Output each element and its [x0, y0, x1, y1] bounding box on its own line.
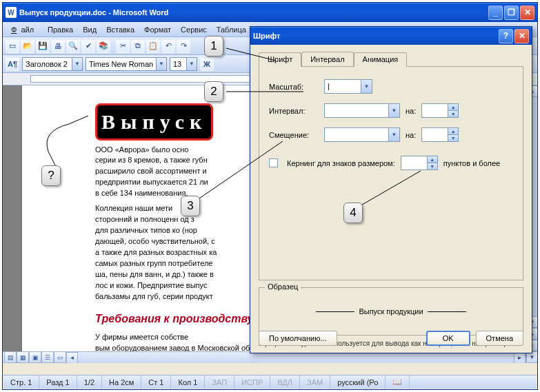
- dialog-titlebar: Шрифт ? ✕: [250, 27, 532, 45]
- normal-view-icon[interactable]: ▤: [4, 351, 17, 363]
- copy-icon[interactable]: ⧉: [131, 39, 145, 53]
- research-icon[interactable]: 📚: [97, 39, 110, 53]
- spacing-label: Интервал:: [269, 107, 319, 115]
- font-combo[interactable]: Times New Roman▼: [86, 57, 167, 71]
- main-title: Выпуск продукции.doc - Microsoft Word: [19, 8, 168, 17]
- menu-insert[interactable]: Вставка: [102, 24, 139, 35]
- minimize-button[interactable]: _: [488, 6, 503, 20]
- menu-format[interactable]: Формат: [140, 24, 175, 35]
- size-value: 13: [173, 60, 181, 68]
- tab-font[interactable]: Шрифт: [259, 52, 301, 67]
- print-view-icon[interactable]: ▣: [29, 351, 41, 363]
- chevron-down-icon[interactable]: ▼: [186, 58, 197, 70]
- callout-3: 3: [181, 196, 200, 216]
- spacing-by-spin[interactable]: ▲▼: [421, 103, 459, 118]
- scale-combo[interactable]: |▼: [324, 79, 372, 94]
- dialog-title: Шрифт: [253, 32, 280, 40]
- chevron-down-icon[interactable]: ▼: [361, 80, 372, 93]
- defaults-button[interactable]: По умолчанию...: [259, 331, 337, 346]
- word-icon: W: [6, 7, 17, 18]
- kerning-size-spin[interactable]: ▲▼: [401, 156, 438, 170]
- spin-up-icon[interactable]: ▲: [448, 128, 458, 135]
- dialog-tabs: Шрифт Интервал Анимация: [259, 52, 523, 67]
- chevron-down-icon[interactable]: ▼: [72, 58, 82, 70]
- position-by-spin[interactable]: ▲▼: [421, 127, 459, 142]
- help-button[interactable]: ?: [499, 29, 513, 43]
- preview-icon[interactable]: 🔍: [66, 39, 80, 53]
- style-combo[interactable]: Заголовок 2▼: [22, 57, 83, 71]
- position-label: Смещение:: [269, 131, 319, 139]
- reading-view-icon[interactable]: ▭: [54, 351, 66, 363]
- ok-button[interactable]: OK: [426, 331, 470, 346]
- tab-spacing[interactable]: Интервал: [301, 52, 353, 66]
- chevron-down-icon[interactable]: ▼: [388, 128, 399, 141]
- status-ovr: ЗАМ: [300, 375, 330, 389]
- view-buttons: ▤ ▦ ▣ ☰ ▭: [4, 351, 66, 363]
- scale-label: Масштаб:: [269, 83, 319, 91]
- status-col: Кол 1: [171, 375, 205, 389]
- cancel-button[interactable]: Отмена: [476, 331, 523, 346]
- tab-animation[interactable]: Анимация: [354, 52, 408, 67]
- status-pages: 1/2: [77, 375, 102, 389]
- new-doc-icon[interactable]: ▭: [6, 39, 19, 53]
- kerning-checkbox[interactable]: [269, 158, 278, 167]
- status-trk: ИСПР: [234, 375, 270, 389]
- spacing-combo[interactable]: ▼: [324, 103, 400, 118]
- kerning-label: Кернинг для знаков размером:: [287, 159, 395, 167]
- status-lang: русский (Ро: [330, 375, 386, 389]
- paste-icon[interactable]: 📋: [146, 39, 160, 53]
- outline-view-icon[interactable]: ☰: [41, 351, 54, 363]
- status-book-icon[interactable]: 📖: [386, 375, 410, 389]
- callout-2: 2: [204, 81, 223, 102]
- menu-file[interactable]: Файл: [7, 24, 42, 35]
- status-line: Ст 1: [141, 375, 171, 389]
- doc-heading[interactable]: Выпуск: [95, 103, 213, 141]
- print-icon[interactable]: 🖶: [51, 39, 65, 53]
- menu-edit[interactable]: Правка: [43, 24, 77, 35]
- spin-down-icon[interactable]: ▼: [448, 135, 458, 141]
- bold-button[interactable]: Ж: [200, 57, 214, 71]
- spin-down-icon[interactable]: ▼: [428, 163, 437, 169]
- font-dialog: Шрифт ? ✕ Шрифт Интервал Анимация Масшта…: [250, 26, 532, 353]
- undo-icon[interactable]: ↶: [161, 39, 175, 53]
- callout-1: 1: [204, 36, 223, 56]
- menu-table[interactable]: Таблица: [212, 24, 250, 35]
- main-titlebar: W Выпуск продукции.doc - Microsoft Word …: [3, 3, 537, 22]
- status-rec: ЗАП: [205, 375, 234, 389]
- size-combo[interactable]: 13▼: [170, 57, 197, 71]
- dialog-close-button[interactable]: ✕: [514, 29, 529, 43]
- web-view-icon[interactable]: ▦: [17, 351, 29, 363]
- status-page: Стр. 1: [3, 375, 39, 389]
- scroll-left-icon[interactable]: ◄: [66, 352, 78, 363]
- cut-icon[interactable]: ✂: [116, 39, 130, 53]
- style-value: Заголовок 2: [26, 60, 68, 68]
- status-ext: ВДЛ: [270, 375, 300, 389]
- tab-page-spacing: Масштаб: |▼ Интервал: ▼ на: ▲▼ Смещение:…: [259, 67, 523, 280]
- style-glyph-icon[interactable]: A¶: [6, 57, 19, 71]
- sample-text: Выпуск продукции: [359, 307, 423, 316]
- status-at: На 2см: [102, 375, 141, 389]
- spacing-by-label: на:: [406, 107, 416, 115]
- save-icon[interactable]: 💾: [36, 39, 50, 53]
- font-value: Times New Roman: [89, 60, 153, 68]
- maximize-button[interactable]: ❐: [504, 6, 519, 20]
- kerning-after-label: пунктов и более: [443, 159, 500, 167]
- scroll-right-icon[interactable]: ►: [514, 352, 526, 363]
- spin-up-icon[interactable]: ▲: [428, 156, 437, 163]
- chevron-down-icon[interactable]: ▼: [388, 104, 399, 117]
- spin-down-icon[interactable]: ▼: [448, 111, 458, 117]
- position-by-label: на:: [406, 131, 416, 139]
- spin-up-icon[interactable]: ▲: [448, 104, 458, 111]
- redo-icon[interactable]: ↷: [177, 39, 190, 53]
- spell-icon[interactable]: ✔: [81, 39, 95, 53]
- menu-tools[interactable]: Сервис: [177, 24, 211, 35]
- callout-4: 4: [343, 203, 363, 223]
- sample-box: Образец Выпуск продукции: [259, 287, 523, 336]
- chevron-down-icon[interactable]: ▼: [156, 58, 166, 70]
- menu-view[interactable]: Вид: [79, 24, 101, 35]
- position-combo[interactable]: ▼: [324, 127, 400, 142]
- status-bar: Стр. 1 Разд 1 1/2 На 2см Ст 1 Кол 1 ЗАП …: [3, 375, 537, 389]
- status-section: Разд 1: [39, 375, 77, 389]
- close-button[interactable]: ✕: [520, 6, 534, 20]
- open-icon[interactable]: 📂: [21, 39, 34, 53]
